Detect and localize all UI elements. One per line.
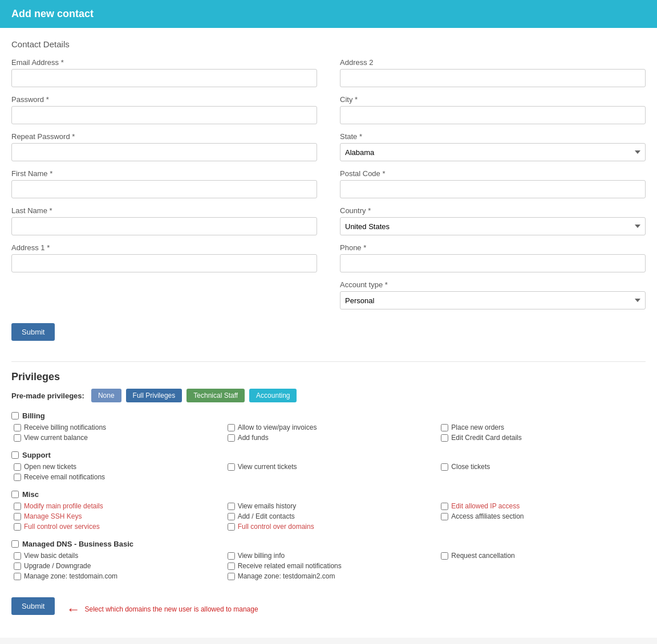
billing-notifications-checkbox[interactable] (14, 424, 21, 431)
country-select[interactable]: United States Canada United Kingdom (340, 217, 646, 235)
priv-item: Full control over domains (228, 523, 432, 531)
state-group: State * Alabama Alaska Arizona Californi… (340, 132, 646, 161)
postal-input[interactable] (340, 180, 646, 198)
phone-group: Phone * (340, 243, 646, 272)
privilege-btn-none[interactable]: None (91, 389, 121, 402)
full-control-domains-checkbox[interactable] (228, 523, 235, 531)
contact-details-title: Contact Details (11, 39, 646, 49)
password-input[interactable] (11, 106, 317, 124)
form-right-col: Address 2 City * State * Alabama Alaska … (340, 58, 646, 317)
premade-row: Pre-made privileges: None Full Privilege… (11, 389, 646, 402)
priv-item: Manage zone: testdomain.com (14, 572, 218, 580)
modify-profile-checkbox[interactable] (14, 503, 21, 510)
address2-label: Address 2 (340, 58, 646, 67)
upgrade-downgrade-checkbox[interactable] (14, 563, 21, 570)
account-type-group: Account type * Personal Business (340, 280, 646, 309)
view-balance-checkbox[interactable] (14, 434, 21, 442)
arrow-icon: ← (66, 601, 80, 617)
managed-dns-header: Managed DNS - Business Basic (11, 540, 646, 548)
city-group: City * (340, 95, 646, 124)
country-label: Country * (340, 206, 646, 215)
misc-checkbox[interactable] (11, 491, 19, 498)
form-left-col: Email Address * Password * Repeat Passwo… (11, 58, 317, 317)
submit-button-top[interactable]: Submit (11, 323, 55, 341)
priv-item: Close tickets (441, 463, 646, 471)
misc-header: Misc (11, 490, 646, 499)
repeat-password-input[interactable] (11, 143, 317, 161)
form-row: Email Address * Password * Repeat Passwo… (11, 58, 646, 317)
last-name-group: Last Name * (11, 206, 317, 235)
close-tickets-checkbox[interactable] (441, 463, 448, 471)
billing-group: Billing Receive billing notifications Al… (11, 411, 646, 442)
divider (11, 361, 646, 362)
priv-item: View current balance (14, 434, 218, 442)
privilege-btn-technical[interactable]: Technical Staff (186, 389, 245, 402)
full-control-services-checkbox[interactable] (14, 523, 21, 531)
privilege-btn-accounting[interactable]: Accounting (249, 389, 297, 402)
priv-item: Place new orders (441, 423, 646, 431)
priv-item: Manage SSH Keys (14, 512, 218, 520)
edit-ip-access-checkbox[interactable] (441, 503, 448, 510)
address1-input[interactable] (11, 254, 317, 272)
support-header: Support (11, 451, 646, 459)
add-funds-checkbox[interactable] (228, 434, 235, 442)
priv-item: Access affiliates section (441, 512, 646, 520)
receive-related-email-checkbox[interactable] (228, 563, 235, 570)
priv-item: Edit Credit Card details (441, 434, 646, 442)
billing-title: Billing (22, 411, 45, 420)
request-cancellation-checkbox[interactable] (441, 552, 448, 560)
view-pay-invoices-checkbox[interactable] (228, 424, 235, 431)
place-orders-checkbox[interactable] (441, 424, 448, 431)
priv-item: View billing info (228, 552, 432, 560)
address1-label: Address 1 * (11, 243, 317, 252)
misc-title: Misc (22, 490, 39, 499)
first-name-label: First Name * (11, 169, 317, 178)
priv-item: View basic details (14, 552, 218, 560)
first-name-group: First Name * (11, 169, 317, 198)
address2-input[interactable] (340, 69, 646, 87)
priv-item: Modify main profile details (14, 502, 218, 510)
billing-checkbox[interactable] (11, 412, 19, 419)
account-type-select[interactable]: Personal Business (340, 291, 646, 309)
priv-item: Upgrade / Downgrade (14, 562, 218, 570)
view-emails-history-checkbox[interactable] (228, 503, 235, 510)
billing-items: Receive billing notifications Allow to v… (11, 423, 646, 442)
repeat-password-label: Repeat Password * (11, 132, 317, 141)
priv-item: View current tickets (228, 463, 432, 471)
last-name-input[interactable] (11, 217, 317, 235)
open-tickets-checkbox[interactable] (14, 463, 21, 471)
billing-header: Billing (11, 411, 646, 420)
bottom-section: Submit ← Select which domains the new us… (11, 592, 646, 626)
manage-ssh-checkbox[interactable] (14, 513, 21, 520)
phone-label: Phone * (340, 243, 646, 252)
manage-zone-testdomain-checkbox[interactable] (14, 573, 21, 580)
priv-item: Add funds (228, 434, 432, 442)
add-edit-contacts-checkbox[interactable] (228, 513, 235, 520)
priv-item: Full control over services (14, 523, 218, 531)
email-notifications-checkbox[interactable] (14, 474, 21, 481)
submit-button-bottom[interactable]: Submit (11, 597, 55, 615)
priv-item: Receive billing notifications (14, 423, 218, 431)
page-title: Add new contact (11, 8, 94, 19)
email-input[interactable] (11, 69, 317, 87)
manage-zone-testdomain2-checkbox[interactable] (228, 573, 235, 580)
edit-cc-checkbox[interactable] (441, 434, 448, 442)
support-title: Support (22, 451, 51, 459)
view-basic-details-checkbox[interactable] (14, 552, 21, 560)
password-group: Password * (11, 95, 317, 124)
managed-dns-checkbox[interactable] (11, 540, 19, 548)
repeat-password-group: Repeat Password * (11, 132, 317, 161)
priv-item: Manage zone: testdomain2.com (228, 572, 432, 580)
view-billing-info-checkbox[interactable] (228, 552, 235, 560)
city-input[interactable] (340, 106, 646, 124)
address2-group: Address 2 (340, 58, 646, 87)
privilege-btn-full[interactable]: Full Privileges (126, 389, 182, 402)
first-name-input[interactable] (11, 180, 317, 198)
phone-input[interactable] (340, 254, 646, 272)
affiliates-checkbox[interactable] (441, 513, 448, 520)
support-group: Support Open new tickets View current ti… (11, 451, 646, 481)
support-checkbox[interactable] (11, 451, 19, 459)
view-tickets-checkbox[interactable] (228, 463, 235, 471)
state-label: State * (340, 132, 646, 141)
state-select[interactable]: Alabama Alaska Arizona California (340, 143, 646, 161)
